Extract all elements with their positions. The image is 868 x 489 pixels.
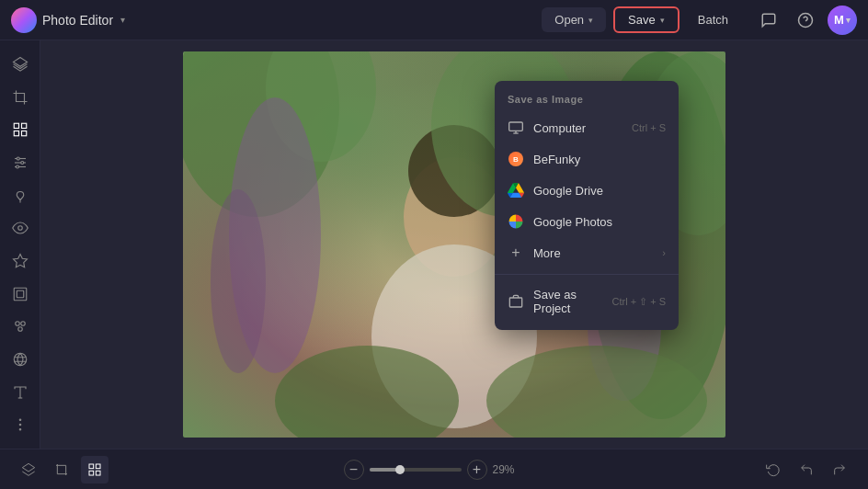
- svg-rect-47: [96, 464, 100, 469]
- batch-button[interactable]: Batch: [687, 7, 739, 32]
- zoom-controls: − + 29%: [344, 460, 525, 480]
- befunky-icon: B: [508, 151, 524, 167]
- topbar: Photo Editor ▾ Open ▾ Save ▾ Batch M ▾: [0, 0, 868, 40]
- save-dropdown-menu: Save as Image Computer Ctrl + S: [495, 81, 679, 330]
- zoom-in-button[interactable]: +: [467, 460, 487, 480]
- svg-marker-15: [13, 254, 27, 267]
- open-button[interactable]: Open ▾: [542, 7, 606, 32]
- sidebar-icon-more[interactable]: [4, 410, 37, 439]
- svg-point-25: [19, 424, 21, 426]
- zoom-percent-label: 29%: [493, 463, 525, 476]
- svg-rect-3: [14, 123, 18, 128]
- sidebar-icon-group[interactable]: [4, 312, 37, 341]
- svg-point-18: [15, 322, 19, 326]
- svg-point-26: [19, 429, 21, 431]
- main-area: Save as Image Computer Ctrl + S: [0, 40, 868, 449]
- layers-bottom-icon[interactable]: [15, 456, 42, 483]
- svg-rect-40: [509, 122, 523, 131]
- sidebar-icon-layers[interactable]: [4, 50, 37, 79]
- sidebar-icon-eye[interactable]: [4, 213, 37, 243]
- google-drive-icon: [508, 182, 524, 199]
- zoom-slider[interactable]: [370, 468, 462, 472]
- app-title-chevron-icon: ▾: [120, 15, 125, 25]
- sidebar-icon-grid[interactable]: [4, 115, 37, 144]
- sidebar-icon-frame[interactable]: [4, 279, 37, 309]
- save-computer-item[interactable]: Computer Ctrl + S: [495, 112, 679, 143]
- dropdown-divider: [495, 274, 679, 275]
- save-project-item[interactable]: Save as Project Ctrl + ⇧ + S: [495, 280, 679, 323]
- svg-point-30: [211, 189, 266, 373]
- save-befunky-item[interactable]: B BeFunky: [495, 143, 679, 175]
- svg-rect-5: [14, 131, 18, 136]
- rotate-left-icon[interactable]: [760, 456, 787, 483]
- svg-marker-45: [22, 463, 34, 472]
- save-project-label: Save as Project: [533, 288, 602, 315]
- monitor-icon: [508, 119, 524, 136]
- save-gphotos-item[interactable]: Google Photos: [495, 206, 679, 237]
- save-project-icon: [508, 293, 524, 310]
- svg-point-19: [20, 322, 25, 326]
- save-computer-label: Computer: [533, 121, 586, 135]
- svg-point-21: [14, 353, 27, 366]
- user-avatar[interactable]: M ▾: [828, 6, 857, 35]
- redo-icon[interactable]: [826, 456, 853, 483]
- svg-rect-6: [21, 131, 26, 136]
- save-project-shortcut: Ctrl + ⇧ + S: [611, 296, 666, 308]
- svg-point-10: [17, 157, 19, 160]
- app-title: Photo Editor: [42, 13, 113, 28]
- canvas-area: Save as Image Computer Ctrl + S: [40, 40, 868, 449]
- grid-bottom-icon[interactable]: [81, 456, 108, 483]
- save-gphotos-label: Google Photos: [533, 215, 612, 229]
- svg-point-20: [17, 327, 22, 332]
- save-gdrive-item[interactable]: Google Drive: [495, 175, 679, 206]
- svg-rect-16: [14, 288, 27, 301]
- sidebar-icon-adjustments[interactable]: [4, 148, 37, 177]
- help-icon-button[interactable]: [791, 6, 820, 35]
- sidebar-icon-crop[interactable]: [4, 83, 37, 112]
- svg-rect-4: [21, 123, 26, 128]
- svg-point-11: [20, 161, 23, 164]
- sidebar-icon-effects[interactable]: [4, 246, 37, 276]
- svg-rect-49: [96, 471, 100, 475]
- save-chevron-icon: ▾: [660, 16, 665, 25]
- crop-bottom-icon[interactable]: [48, 456, 75, 483]
- batch-button-label: Batch: [698, 13, 728, 27]
- save-gdrive-label: Google Drive: [533, 184, 603, 198]
- open-button-label: Open: [554, 13, 584, 27]
- svg-point-24: [19, 419, 21, 421]
- google-photos-icon: [508, 213, 524, 230]
- bottom-right-tools: [760, 456, 853, 483]
- dropdown-header: Save as Image: [495, 88, 679, 112]
- sidebar-icon-brush[interactable]: [4, 181, 37, 210]
- save-befunky-label: BeFunky: [533, 153, 580, 166]
- svg-rect-46: [89, 464, 94, 469]
- save-button[interactable]: Save ▾: [613, 6, 680, 33]
- save-computer-shortcut: Ctrl + S: [632, 122, 666, 133]
- logo-area[interactable]: Photo Editor ▾: [11, 7, 125, 33]
- left-sidebar: [0, 40, 40, 449]
- undo-icon[interactable]: [793, 456, 820, 483]
- app-logo-icon: [11, 7, 37, 33]
- open-chevron-icon: ▾: [588, 16, 593, 25]
- save-more-item[interactable]: + More ›: [495, 237, 679, 268]
- bottom-left-tools: [15, 456, 108, 483]
- bottom-bar: − + 29%: [0, 449, 868, 489]
- sidebar-icon-text[interactable]: [4, 378, 37, 407]
- topbar-right: M ▾: [754, 6, 857, 35]
- more-plus-icon: +: [508, 244, 524, 261]
- svg-rect-44: [509, 298, 521, 307]
- svg-point-12: [16, 165, 18, 168]
- svg-point-14: [17, 226, 22, 231]
- save-more-label: More: [533, 246, 561, 260]
- chat-icon-button[interactable]: [754, 6, 783, 35]
- more-chevron-icon: ›: [662, 247, 666, 258]
- svg-rect-48: [89, 471, 94, 475]
- zoom-out-button[interactable]: −: [344, 460, 364, 480]
- avatar-letter: M: [834, 13, 844, 27]
- avatar-chevron-icon: ▾: [846, 16, 851, 25]
- save-button-label: Save: [628, 13, 656, 27]
- sidebar-icon-texture[interactable]: [4, 345, 37, 374]
- svg-rect-17: [17, 290, 24, 298]
